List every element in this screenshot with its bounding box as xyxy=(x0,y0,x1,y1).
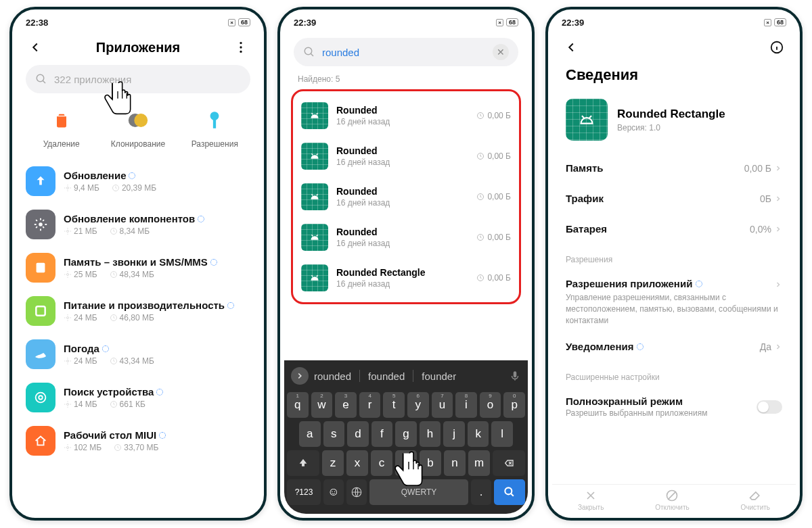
android-icon xyxy=(301,224,328,251)
key-j[interactable]: j xyxy=(443,421,465,447)
app-data: 43,34 МБ xyxy=(110,356,154,366)
key-w[interactable]: 2w xyxy=(311,392,333,418)
result-name: Rounded xyxy=(336,186,468,197)
key-backspace[interactable] xyxy=(493,450,525,476)
key-a[interactable]: a xyxy=(299,421,321,447)
app-row[interactable]: Питание и производительность 24 МБ 46,80… xyxy=(26,289,250,333)
app-row[interactable]: Обновление компонентов 21 МБ 8,34 МБ xyxy=(26,203,250,246)
key-period[interactable]: . xyxy=(471,479,491,505)
clear-search-button[interactable]: ✕ xyxy=(493,44,509,60)
svg-point-11 xyxy=(67,231,69,233)
app-list[interactable]: Обновление 9,4 МБ 20,39 МБ Обновление ко… xyxy=(16,160,260,514)
key-l[interactable]: l xyxy=(491,421,513,447)
app-row[interactable]: Память – звонки и SMS/MMS 25 МБ 48,34 МБ xyxy=(26,246,250,289)
key-m[interactable]: m xyxy=(468,450,490,476)
action-clear[interactable]: Очистить xyxy=(741,489,771,511)
key-lang[interactable] xyxy=(346,479,367,505)
row-app-permissions[interactable]: Разрешения приложений xyxy=(552,268,796,292)
svg-point-37 xyxy=(583,120,585,122)
search-input[interactable] xyxy=(322,47,486,58)
app-icon xyxy=(26,253,55,283)
app-row[interactable]: Обновление 9,4 МБ 20,39 МБ xyxy=(26,160,250,203)
key-t[interactable]: 5t xyxy=(383,392,405,418)
key-p[interactable]: 0p xyxy=(503,392,525,418)
key-d[interactable]: d xyxy=(347,421,369,447)
app-data: 661 КБ xyxy=(110,400,145,409)
row-memory[interactable]: Память 0,00 Б xyxy=(552,153,796,183)
key-shift[interactable] xyxy=(287,450,319,476)
row-traffic[interactable]: Трафик 0Б xyxy=(552,183,796,214)
search-box[interactable]: 322 приложения xyxy=(26,65,250,93)
result-row[interactable]: Rounded Rectangle 16 дней назад 0,00 Б xyxy=(298,258,514,298)
key-y[interactable]: 6y xyxy=(407,392,429,418)
action-clone[interactable]: Клонирование xyxy=(108,105,168,149)
globe-icon xyxy=(351,486,363,498)
keyboard[interactable]: rounded founded founder 1q2w3e4r5t6y7u8i… xyxy=(284,360,528,514)
app-data: 8,34 МБ xyxy=(110,226,150,236)
result-row[interactable]: Rounded 16 дней назад 0,00 Б xyxy=(298,176,514,217)
result-age: 16 дней назад xyxy=(336,198,468,208)
search-box[interactable]: ✕ xyxy=(294,38,518,66)
key-v[interactable]: v xyxy=(395,450,417,476)
row-notifications[interactable]: Уведомления Да xyxy=(552,331,796,362)
key-x[interactable]: x xyxy=(346,450,368,476)
back-button[interactable] xyxy=(26,38,45,57)
app-icon xyxy=(26,426,55,456)
key-h[interactable]: h xyxy=(420,421,441,447)
key-u[interactable]: 7u xyxy=(432,392,453,418)
key-i[interactable]: 8i xyxy=(455,392,477,418)
result-row[interactable]: Rounded 16 дней назад 0,00 Б xyxy=(298,95,514,136)
key-e[interactable]: 3e xyxy=(335,392,357,418)
key-c[interactable]: c xyxy=(371,450,392,476)
action-delete[interactable]: Удаление xyxy=(31,105,92,149)
bottom-actions: Закрыть Отключить Очистить xyxy=(552,484,796,514)
key-emoji[interactable]: ☺ xyxy=(323,479,344,505)
key-s[interactable]: s xyxy=(323,421,345,447)
status-time: 22:38 xyxy=(26,18,48,28)
suggestion[interactable]: rounded xyxy=(314,370,351,382)
result-row[interactable]: Rounded 16 дней назад 0,00 Б xyxy=(298,217,514,258)
app-row[interactable]: Поиск устройства 14 МБ 661 КБ xyxy=(26,376,250,419)
key-n[interactable]: n xyxy=(444,450,466,476)
suggestion[interactable]: founded xyxy=(368,370,405,382)
chevron-right-icon[interactable] xyxy=(291,367,309,385)
app-header: Rounded Rectangle Версия: 1.0 xyxy=(552,92,796,153)
app-row[interactable]: Рабочий стол MIUI 102 МБ 33,70 МБ xyxy=(26,419,250,462)
app-row[interactable]: Погода 24 МБ 43,34 МБ xyxy=(26,333,250,376)
app-name: Погода xyxy=(64,343,250,354)
disable-icon xyxy=(665,489,679,502)
key-z[interactable]: z xyxy=(322,450,344,476)
close-icon xyxy=(584,489,597,502)
mic-icon[interactable] xyxy=(509,370,521,382)
result-row[interactable]: Rounded 16 дней назад 0,00 Б xyxy=(298,136,514,176)
status-bar: 22:39 × 68 xyxy=(284,14,528,31)
key-b[interactable]: b xyxy=(420,450,441,476)
key-o[interactable]: 9o xyxy=(480,392,501,418)
more-button[interactable] xyxy=(231,38,250,57)
search-icon xyxy=(303,46,315,58)
app-storage: 14 МБ xyxy=(64,400,97,409)
info-button[interactable] xyxy=(767,38,786,57)
chevron-right-icon xyxy=(774,281,782,289)
key-g[interactable]: g xyxy=(395,421,417,447)
svg-point-2 xyxy=(240,51,242,53)
svg-point-22 xyxy=(39,395,43,400)
key-f[interactable]: f xyxy=(371,421,393,447)
suggestion[interactable]: founder xyxy=(422,370,456,382)
app-icon xyxy=(566,99,608,141)
key-k[interactable]: k xyxy=(468,421,489,447)
back-button[interactable] xyxy=(562,38,581,57)
phone-search-results: 22:39 × 68 ✕ Найдено: 5 Rounded 16 дней … xyxy=(277,7,535,521)
key-symbols[interactable]: ?123 xyxy=(287,479,321,505)
key-r[interactable]: 4r xyxy=(359,392,381,418)
row-battery[interactable]: Батарея 0,0% xyxy=(552,214,796,244)
action-close[interactable]: Закрыть xyxy=(578,489,604,511)
key-q[interactable]: 1q xyxy=(287,392,309,418)
section-advanced: Расширенные настройки xyxy=(552,362,796,386)
key-search[interactable] xyxy=(494,479,525,505)
action-disable[interactable]: Отключить xyxy=(655,489,690,511)
fullscreen-toggle[interactable] xyxy=(757,400,782,414)
row-fullscreen[interactable]: Полноэкранный режим Разрешить выбранным … xyxy=(552,386,796,419)
key-space[interactable]: QWERTY xyxy=(369,479,468,505)
action-permissions[interactable]: Разрешения xyxy=(184,105,245,149)
